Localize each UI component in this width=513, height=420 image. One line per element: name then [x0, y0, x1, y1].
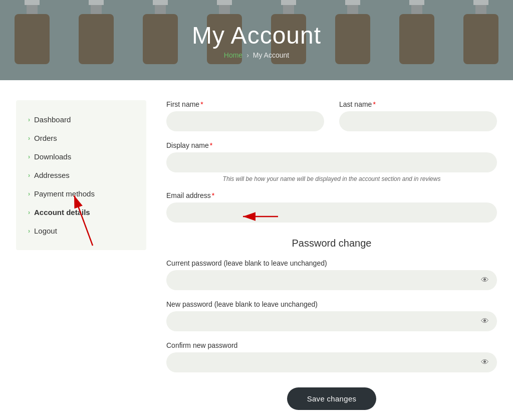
sidebar-item-label: Dashboard [34, 115, 71, 124]
chevron-right-icon: › [28, 190, 30, 197]
new-password-label: New password (leave blank to leave uncha… [166, 300, 497, 308]
sidebar-item-orders[interactable]: › Orders [16, 129, 146, 147]
required-marker: * [200, 100, 203, 108]
password-section-title: Password change [166, 238, 497, 249]
confirm-password-input[interactable] [166, 352, 497, 372]
chevron-right-icon: › [28, 209, 30, 216]
account-form: First name* Last name* Display name* Thi… [166, 100, 497, 410]
page-title: My Account [192, 22, 321, 49]
name-row: First name* Last name* [166, 100, 497, 131]
email-group: Email address* [166, 191, 497, 223]
bottle-decoration [328, 0, 378, 70]
bottle-decoration [135, 0, 185, 70]
save-button[interactable]: Save changes [287, 387, 377, 410]
chevron-right-icon: › [28, 153, 30, 160]
required-marker: * [373, 100, 375, 108]
chevron-right-icon: › [28, 116, 30, 123]
display-name-group: Display name* [166, 141, 497, 172]
first-name-group: First name* [166, 100, 324, 131]
bottle-decoration [456, 0, 506, 70]
password-toggle-icon[interactable]: 👁 [481, 276, 489, 285]
required-marker: * [210, 141, 212, 149]
email-input[interactable] [166, 202, 497, 223]
confirm-password-label: Confirm new password [166, 341, 497, 349]
confirm-password-group: Confirm new password 👁 [166, 341, 497, 372]
new-password-input[interactable] [166, 311, 497, 331]
sidebar-item-dashboard[interactable]: › Dashboard [16, 110, 146, 129]
password-toggle-icon[interactable]: 👁 [481, 358, 489, 367]
sidebar: › Dashboard › Orders › Downloads › Addre… [16, 100, 146, 250]
bottle-decoration [71, 0, 121, 70]
display-name-hint: This will be how your name will be displ… [166, 175, 497, 182]
breadcrumb-home-link[interactable]: Home [224, 51, 242, 59]
confirm-password-wrapper: 👁 [166, 352, 497, 372]
chevron-right-icon: › [28, 172, 30, 179]
sidebar-item-addresses[interactable]: › Addresses [16, 166, 146, 184]
first-name-label: First name* [166, 100, 324, 108]
email-label: Email address* [166, 191, 497, 199]
last-name-group: Last name* [339, 100, 497, 131]
sidebar-item-downloads[interactable]: › Downloads [16, 147, 146, 166]
first-name-input[interactable] [166, 111, 324, 131]
new-password-group: New password (leave blank to leave uncha… [166, 300, 497, 331]
main-content: › Dashboard › Orders › Downloads › Addre… [6, 80, 507, 420]
sidebar-item-account-details[interactable]: › Account details [16, 203, 146, 222]
last-name-input[interactable] [339, 111, 497, 131]
sidebar-item-label: Downloads [34, 152, 71, 161]
bottle-decoration [7, 0, 57, 70]
current-password-input[interactable] [166, 270, 497, 290]
password-toggle-icon[interactable]: 👁 [481, 317, 489, 326]
chevron-right-icon: › [28, 135, 30, 142]
sidebar-item-label: Account details [34, 208, 90, 217]
new-password-wrapper: 👁 [166, 311, 497, 331]
sidebar-item-label: Orders [34, 134, 57, 142]
display-name-label: Display name* [166, 141, 497, 149]
sidebar-item-logout[interactable]: › Logout [16, 222, 146, 240]
breadcrumb: Home › My Account [224, 51, 289, 59]
required-marker: * [212, 191, 214, 199]
breadcrumb-separator: › [246, 51, 249, 59]
chevron-right-icon: › [28, 228, 30, 235]
sidebar-item-label: Addresses [34, 171, 70, 179]
sidebar-item-label: Payment methods [34, 189, 95, 198]
sidebar-item-label: Logout [34, 227, 57, 235]
current-password-label: Current password (leave blank to leave u… [166, 259, 497, 267]
sidebar-item-payment-methods[interactable]: › Payment methods [16, 184, 146, 203]
bottle-decoration [392, 0, 442, 70]
current-password-group: Current password (leave blank to leave u… [166, 259, 497, 290]
last-name-label: Last name* [339, 100, 497, 108]
header-banner: My Account Home › My Account [0, 0, 513, 80]
breadcrumb-current: My Account [253, 51, 289, 59]
current-password-wrapper: 👁 [166, 270, 497, 290]
display-name-input[interactable] [166, 152, 497, 172]
